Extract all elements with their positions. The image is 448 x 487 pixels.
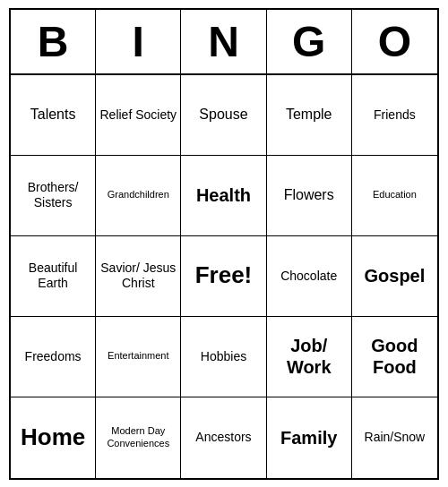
bingo-header: BINGO	[11, 10, 437, 75]
bingo-letter: O	[352, 10, 437, 73]
cell-text: Hobbies	[201, 349, 246, 364]
cell-r3-c0: Freedoms	[11, 317, 96, 397]
cell-r4-c3: Family	[267, 397, 352, 478]
cell-r2-c1: Savior/ Jesus Christ	[96, 236, 181, 317]
bingo-letter: G	[267, 10, 352, 73]
cell-text: Health	[196, 184, 251, 206]
bingo-letter: I	[96, 10, 181, 73]
cell-text: Friends	[374, 107, 416, 123]
cell-r3-c1: Entertainment	[96, 317, 181, 397]
cell-r0-c4: Friends	[352, 75, 437, 156]
cell-r0-c2: Spouse	[181, 75, 266, 156]
cell-text: Relief Society	[99, 107, 177, 123]
cell-text: Education	[373, 189, 417, 201]
bingo-card: BINGO TalentsRelief SocietySpouseTempleF…	[9, 8, 439, 480]
cell-text: Brothers/ Sisters	[14, 180, 91, 210]
cell-r4-c0: Home	[11, 397, 96, 478]
cell-text: Chocolate	[280, 269, 337, 284]
cell-r2-c3: Chocolate	[267, 236, 352, 317]
cell-r2-c2: Free!	[181, 236, 266, 317]
cell-text: Spouse	[199, 106, 247, 123]
cell-r4-c4: Rain/Snow	[352, 397, 437, 478]
cell-r4-c1: Modern Day Conveniences	[96, 397, 181, 478]
cell-text: Temple	[286, 106, 332, 123]
cell-text: Modern Day Conveniences	[99, 425, 177, 449]
cell-r1-c1: Grandchildren	[96, 156, 181, 236]
cell-text: Ancestors	[195, 430, 251, 445]
cell-r2-c0: Beautiful Earth	[11, 236, 96, 317]
cell-text: Free!	[195, 261, 253, 289]
cell-r1-c4: Education	[352, 156, 437, 236]
cell-text: Freedoms	[25, 349, 82, 364]
cell-text: Job/ Work	[271, 335, 348, 378]
bingo-letter: B	[11, 10, 96, 73]
cell-text: Home	[21, 423, 85, 451]
cell-r3-c2: Hobbies	[181, 317, 266, 397]
cell-text: Grandchildren	[108, 189, 169, 201]
cell-r1-c3: Flowers	[267, 156, 352, 236]
cell-r1-c2: Health	[181, 156, 266, 236]
cell-text: Good Food	[356, 335, 434, 378]
cell-text: Flowers	[284, 186, 334, 203]
cell-r1-c0: Brothers/ Sisters	[11, 156, 96, 236]
cell-r3-c3: Job/ Work	[267, 317, 352, 397]
cell-r2-c4: Gospel	[352, 236, 437, 317]
cell-text: Savior/ Jesus Christ	[99, 261, 177, 291]
cell-text: Family	[280, 427, 337, 449]
cell-text: Rain/Snow	[365, 430, 426, 445]
cell-r3-c4: Good Food	[352, 317, 437, 397]
cell-r0-c0: Talents	[11, 75, 96, 156]
bingo-letter: N	[181, 10, 266, 73]
cell-r0-c1: Relief Society	[96, 75, 181, 156]
cell-text: Talents	[30, 106, 76, 123]
cell-text: Beautiful Earth	[14, 261, 91, 291]
cell-text: Gospel	[364, 265, 425, 286]
cell-text: Entertainment	[108, 350, 168, 362]
cell-r0-c3: Temple	[267, 75, 352, 156]
bingo-grid: TalentsRelief SocietySpouseTempleFriends…	[11, 75, 437, 478]
cell-r4-c2: Ancestors	[181, 397, 266, 478]
